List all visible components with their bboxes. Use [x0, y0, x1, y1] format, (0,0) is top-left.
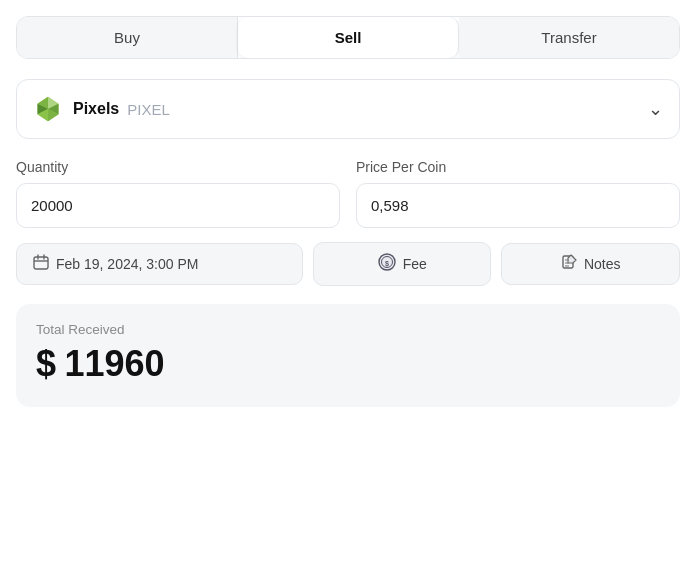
price-label: Price Per Coin	[356, 159, 680, 175]
main-container: Buy Sell Transfer Pixels PIXEL ⌄ Quantit…	[16, 16, 680, 407]
svg-rect-7	[34, 257, 48, 269]
coin-name: Pixels	[73, 100, 119, 118]
coin-ticker: PIXEL	[127, 101, 170, 118]
svg-text:$: $	[385, 260, 389, 268]
tab-bar: Buy Sell Transfer	[16, 16, 680, 59]
total-label: Total Received	[36, 322, 660, 337]
notes-label: Notes	[584, 256, 621, 272]
action-buttons-row: Feb 19, 2024, 3:00 PM $ Fee	[16, 242, 680, 286]
price-input[interactable]	[356, 183, 680, 228]
calendar-icon	[33, 254, 49, 274]
coin-icon	[33, 94, 63, 124]
date-button[interactable]: Feb 19, 2024, 3:00 PM	[16, 243, 303, 285]
tab-sell[interactable]: Sell	[238, 17, 459, 58]
notes-button[interactable]: Notes	[501, 243, 680, 285]
total-card: Total Received $ 11960	[16, 304, 680, 407]
quantity-price-row: Quantity Price Per Coin	[16, 159, 680, 228]
notes-icon	[561, 254, 577, 274]
fee-icon: $	[378, 253, 396, 275]
quantity-group: Quantity	[16, 159, 340, 228]
tab-buy[interactable]: Buy	[17, 17, 238, 58]
price-group: Price Per Coin	[356, 159, 680, 228]
coin-selector[interactable]: Pixels PIXEL ⌄	[16, 79, 680, 139]
total-value: 11960	[64, 343, 164, 384]
total-currency: $	[36, 343, 56, 384]
quantity-input[interactable]	[16, 183, 340, 228]
date-label: Feb 19, 2024, 3:00 PM	[56, 256, 198, 272]
fee-button[interactable]: $ Fee	[313, 242, 492, 286]
fee-label: Fee	[403, 256, 427, 272]
tab-transfer[interactable]: Transfer	[459, 17, 679, 58]
chevron-down-icon: ⌄	[648, 98, 663, 120]
quantity-label: Quantity	[16, 159, 340, 175]
total-amount: $ 11960	[36, 343, 660, 385]
pixels-gem-icon	[34, 95, 62, 123]
